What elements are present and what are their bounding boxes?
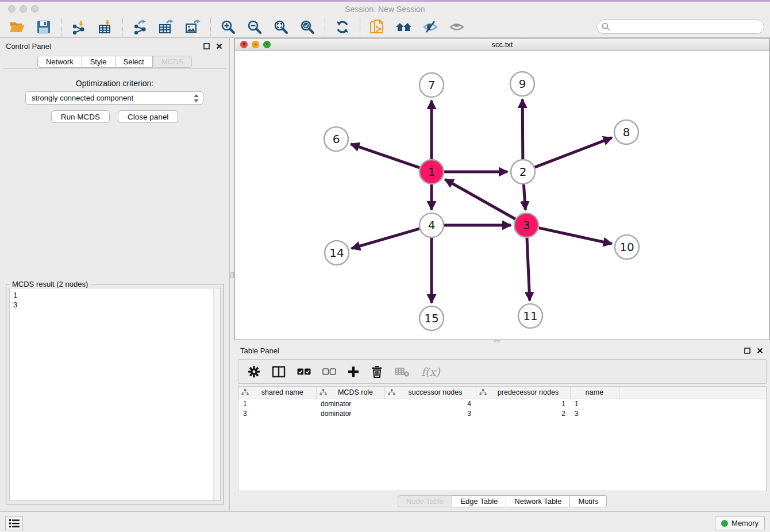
table-row[interactable]: 1 dominator 4 1 1 — [238, 399, 766, 408]
control-panel-tabs: Network Style Select MCDS — [0, 56, 229, 68]
cell-shared-name[interactable]: 1 — [238, 399, 316, 408]
cell-mcds-role[interactable]: dominator — [316, 399, 384, 408]
graph-edge-1-6[interactable] — [351, 144, 420, 168]
tab-mcds[interactable]: MCDS — [153, 56, 192, 68]
table-panel-title: Table Panel — [240, 346, 279, 355]
control-panel-title: Control Panel — [6, 42, 51, 51]
save-session-icon[interactable] — [34, 18, 53, 36]
column-header-predecessor-nodes[interactable]: predecessor nodes — [476, 387, 570, 399]
split-view-icon[interactable] — [272, 366, 286, 377]
column-header-empty — [619, 387, 766, 399]
cell-successor-nodes[interactable]: 4 — [384, 399, 476, 408]
network-canvas[interactable]: 7968124314101511 — [235, 52, 769, 340]
zoom-selected-icon[interactable] — [298, 18, 317, 36]
import-network-icon[interactable] — [70, 18, 88, 36]
status-bar: Memory — [0, 511, 770, 532]
memory-button[interactable]: Memory — [715, 516, 765, 530]
tab-style[interactable]: Style — [82, 56, 116, 68]
tab-network[interactable]: Network — [37, 56, 82, 68]
import-table-icon[interactable] — [96, 18, 114, 36]
export-table-icon[interactable] — [157, 18, 176, 36]
close-panel-icon[interactable] — [214, 41, 224, 51]
hide-panel-eye-icon[interactable] — [421, 18, 440, 36]
titlebar: Session: New Session — [0, 2, 770, 16]
graph-edge-2-8[interactable] — [535, 138, 612, 167]
memory-label: Memory — [732, 519, 759, 527]
column-header-shared-name[interactable]: shared name — [238, 387, 316, 399]
add-column-icon[interactable] — [348, 366, 359, 377]
column-header-mcds-role[interactable]: MCDS role — [316, 387, 384, 399]
graph-node-label-10: 10 — [619, 240, 634, 254]
zoom-out-icon[interactable] — [245, 18, 264, 36]
graph-node-label-9: 9 — [519, 77, 526, 91]
cell-successor-nodes[interactable]: 3 — [384, 408, 476, 418]
home-networks-icon[interactable] — [395, 18, 413, 36]
optimization-criterion-label: Optimization criterion: — [3, 79, 226, 88]
mcds-result-text[interactable]: 1 3 — [9, 288, 221, 501]
table-panel: Table Panel — [234, 342, 770, 511]
delete-table-icon[interactable] — [395, 366, 410, 377]
cell-name[interactable]: 1 — [570, 399, 619, 408]
graph-edge-3-11[interactable] — [527, 238, 530, 300]
apply-function-icon[interactable]: f(x) — [421, 365, 440, 378]
run-mcds-button[interactable]: Run MCDS — [51, 110, 110, 123]
cell-predecessor-nodes[interactable]: 1 — [476, 399, 570, 408]
mcds-result-group: MCDS result (2 nodes) 1 3 — [6, 284, 224, 504]
tab-network-table[interactable]: Network Table — [506, 495, 570, 507]
network-window-titlebar: ✕ − + scc.txt — [235, 38, 769, 51]
graph-edge-4-14[interactable] — [352, 229, 419, 248]
select-all-icon[interactable] — [297, 368, 311, 376]
tab-edge-table[interactable]: Edge Table — [452, 495, 506, 507]
tab-node-table[interactable]: Node Table — [398, 495, 453, 507]
refresh-layout-icon[interactable] — [333, 18, 352, 36]
zoom-in-icon[interactable] — [219, 18, 237, 36]
graph-node-label-3: 3 — [523, 218, 530, 232]
zoom-fit-icon[interactable] — [272, 18, 290, 36]
column-header-name[interactable]: name — [570, 387, 619, 399]
copy-network-icon[interactable] — [368, 18, 387, 36]
column-type-icon — [388, 389, 395, 396]
column-type-icon — [319, 389, 327, 396]
table-header-row: shared name MCDS role successor nodes pr… — [238, 387, 766, 399]
vertical-splitter[interactable] — [230, 38, 234, 511]
task-history-button[interactable] — [5, 516, 23, 530]
deselect-all-icon[interactable] — [322, 368, 336, 376]
result-line: 3 — [13, 300, 220, 310]
graph-edge-2-3[interactable] — [523, 184, 525, 210]
column-type-icon — [241, 389, 249, 396]
table-toolbar: f(x) — [238, 359, 767, 384]
search-input[interactable] — [610, 22, 754, 31]
search-box[interactable] — [596, 20, 764, 34]
export-image-icon[interactable] — [184, 18, 202, 36]
table-row[interactable]: 3 dominator 3 2 3 — [238, 408, 766, 418]
node-table: shared name MCDS role successor nodes pr… — [238, 386, 767, 491]
graph-node-label-6: 6 — [333, 132, 340, 146]
column-header-successor-nodes[interactable]: successor nodes — [384, 387, 476, 399]
cell-predecessor-nodes[interactable]: 2 — [476, 408, 570, 418]
cell-shared-name[interactable]: 3 — [238, 408, 316, 418]
graph-edge-3-1[interactable] — [445, 179, 515, 219]
show-panel-eye-icon[interactable] — [448, 18, 466, 36]
graph-edge-2-9[interactable] — [522, 99, 523, 159]
close-table-panel-icon[interactable] — [755, 346, 764, 355]
close-panel-button[interactable]: Close panel — [118, 110, 178, 123]
graph-edge-3-10[interactable] — [538, 228, 611, 244]
optimization-criterion-value: strongly connected component — [32, 94, 133, 102]
result-scrollbar[interactable] — [213, 288, 220, 500]
delete-column-icon[interactable] — [371, 365, 383, 378]
float-panel-icon[interactable] — [202, 41, 211, 51]
cell-name[interactable]: 3 — [570, 408, 619, 418]
float-table-panel-icon[interactable] — [742, 346, 752, 355]
open-session-icon[interactable] — [8, 18, 26, 36]
tab-motifs[interactable]: Motifs — [570, 495, 607, 507]
mcds-result-title: MCDS result (2 nodes) — [10, 280, 90, 288]
cell-mcds-role[interactable]: dominator — [316, 408, 384, 418]
search-icon — [602, 22, 610, 31]
export-network-icon[interactable] — [131, 18, 149, 36]
graph-node-label-1: 1 — [428, 165, 436, 179]
tab-select[interactable]: Select — [116, 56, 153, 68]
table-tabs: Node Table Edge Table Network Table Moti… — [234, 495, 770, 507]
optimization-criterion-select[interactable]: strongly connected component — [25, 91, 203, 105]
splitter-grip[interactable] — [230, 272, 234, 278]
table-settings-icon[interactable] — [248, 365, 260, 378]
